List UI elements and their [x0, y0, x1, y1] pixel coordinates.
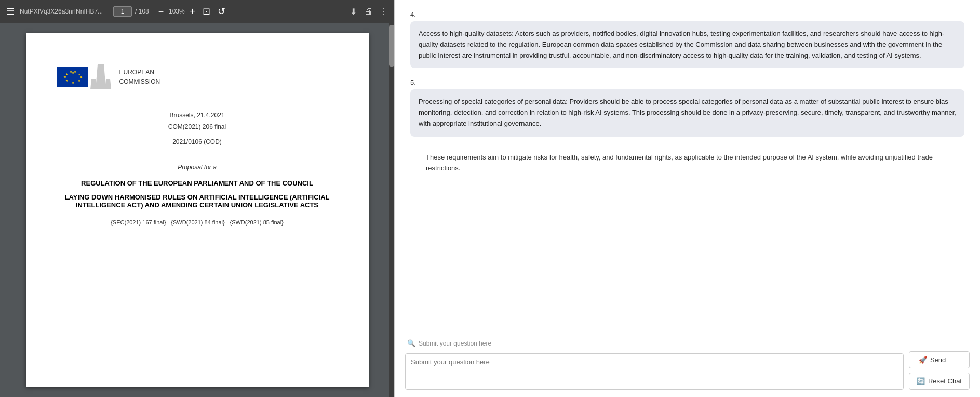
chat-item-4-number: 4. [410, 10, 964, 18]
pdf-content-area: ★ ★ ★ ★ ★ ★ ★ ★ ★ ★ ★ ★ [0, 23, 394, 397]
chat-panel: 4. Access to high-quality datasets: Acto… [395, 0, 980, 397]
eu-flag: ★ ★ ★ ★ ★ ★ ★ ★ ★ ★ ★ ★ [57, 67, 88, 87]
zoom-out-button[interactable]: − [157, 7, 165, 16]
reset-icon: 🔄 [917, 377, 925, 385]
svg-text:★: ★ [77, 79, 80, 82]
pdf-page: ★ ★ ★ ★ ★ ★ ★ ★ ★ ★ ★ ★ [26, 33, 369, 387]
pdf-proposal-label: Proposal for a [178, 164, 217, 171]
chat-input-row: 🚀 Send 🔄 Reset Chat [405, 351, 970, 390]
print-icon[interactable]: 🖨 [364, 7, 372, 16]
chat-item-4: 4. Access to high-quality datasets: Acto… [410, 10, 964, 68]
svg-text:★: ★ [65, 73, 68, 76]
chat-input-label: 🔍 Submit your question here [405, 339, 970, 347]
chat-input-placeholder-label: Submit your question here [419, 340, 491, 347]
pdf-zoom-controls: − 103% + [157, 7, 196, 16]
pdf-filename: NutPXfVq3X26a3nrINnfHB7... [20, 8, 103, 15]
download-icon[interactable]: ⬇ [350, 7, 357, 17]
pdf-zoom-value: 103% [168, 8, 185, 15]
pdf-scrollbar[interactable] [389, 23, 394, 397]
svg-text:★: ★ [69, 70, 72, 73]
send-label: Send [930, 356, 946, 364]
chat-buttons: 🚀 Send 🔄 Reset Chat [909, 351, 970, 390]
chat-summary: These requirements aim to mitigate risks… [410, 147, 964, 184]
svg-text:★: ★ [71, 81, 74, 84]
search-icon: 🔍 [407, 339, 415, 347]
zoom-in-button[interactable]: + [189, 7, 196, 16]
chat-textarea[interactable] [405, 353, 904, 390]
svg-text:★: ★ [73, 70, 76, 73]
pdf-page-controls: / 108 [113, 6, 149, 17]
more-options-icon[interactable]: ⋮ [380, 7, 388, 17]
svg-marker-14 [90, 79, 97, 89]
chat-input-area: 🔍 Submit your question here 🚀 Send 🔄 Res… [395, 332, 980, 397]
pdf-title-sub: LAYING DOWN HARMONISED RULES ON ARTIFICI… [57, 193, 338, 209]
svg-marker-15 [105, 79, 111, 89]
pdf-title-main: REGULATION OF THE EUROPEAN PARLIAMENT AN… [81, 179, 313, 187]
chat-bubble-4: Access to high-quality datasets: Actors … [410, 21, 964, 68]
svg-text:★: ★ [65, 79, 68, 82]
hamburger-icon[interactable]: ☰ [6, 6, 15, 17]
eu-commission-text: EUROPEAN COMMISSION [119, 68, 160, 86]
pdf-references: {SEC(2021) 167 final} - {SWD(2021) 84 fi… [111, 219, 284, 226]
svg-rect-0 [57, 67, 88, 87]
pdf-document-meta: Brussels, 21.4.2021 COM(2021) 206 final … [168, 110, 226, 148]
reset-label: Reset Chat [928, 377, 962, 385]
reset-chat-button[interactable]: 🔄 Reset Chat [909, 373, 970, 390]
pdf-scrollbar-thumb[interactable] [389, 25, 394, 67]
fit-page-button[interactable]: ⊡ [202, 7, 211, 16]
chat-item-5-number: 5. [410, 78, 964, 86]
send-button[interactable]: 🚀 Send [909, 351, 970, 368]
pdf-logo-area: ★ ★ ★ ★ ★ ★ ★ ★ ★ ★ ★ ★ [57, 64, 160, 89]
eu-building-icon [90, 64, 111, 89]
chat-bubble-5: Processing of special categories of pers… [410, 89, 964, 136]
chat-messages: 4. Access to high-quality datasets: Acto… [395, 0, 980, 332]
pdf-page-input[interactable] [113, 6, 132, 17]
pdf-toolbar: ☰ NutPXfVq3X26a3nrINnfHB7... / 108 − 103… [0, 0, 394, 23]
svg-marker-13 [96, 64, 106, 89]
pdf-panel: ☰ NutPXfVq3X26a3nrINnfHB7... / 108 − 103… [0, 0, 395, 397]
pdf-toolbar-icons: ⬇ 🖨 ⋮ [350, 7, 388, 17]
pdf-page-separator: / 108 [135, 8, 149, 15]
rotate-button[interactable]: ↺ [217, 7, 226, 16]
chat-item-5: 5. Processing of special categories of p… [410, 78, 964, 136]
send-icon: 🚀 [919, 356, 927, 364]
